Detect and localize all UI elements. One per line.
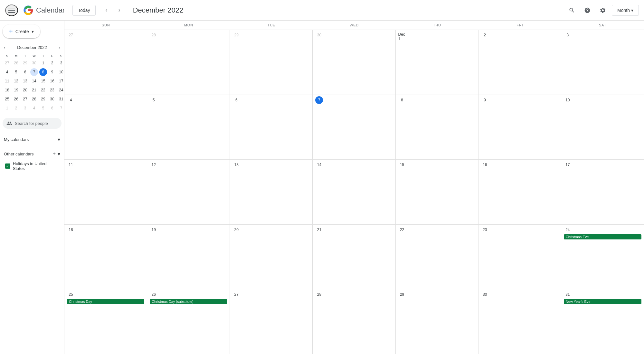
calendar-cell[interactable]: 24Christmas Eve [561, 225, 644, 289]
mini-cal-next-button[interactable]: › [57, 43, 62, 51]
day-number[interactable]: Dec 1 [398, 33, 406, 41]
mini-cal-day[interactable]: 15 [39, 77, 48, 86]
mini-cal-day[interactable]: 26 [12, 95, 21, 104]
calendar-cell[interactable]: 27 [230, 289, 313, 354]
mini-cal-prev-button[interactable]: ‹ [3, 43, 7, 51]
calendar-cell[interactable]: 22 [396, 225, 478, 289]
calendar-cell[interactable]: 4 [64, 95, 147, 160]
day-number[interactable]: 16 [481, 161, 489, 169]
day-number[interactable]: 6 [232, 96, 240, 104]
mini-cal-day[interactable]: 2 [12, 104, 21, 113]
mini-cal-day[interactable]: 23 [48, 86, 57, 95]
mini-cal-day[interactable]: 9 [48, 68, 57, 77]
mini-cal-day[interactable]: 24 [57, 86, 64, 95]
calendar-cell[interactable]: 30 [313, 30, 395, 95]
day-number[interactable]: 14 [315, 161, 323, 169]
mini-cal-day[interactable]: 17 [57, 77, 64, 86]
mini-cal-day[interactable]: 25 [3, 95, 12, 104]
add-other-calendar-button[interactable]: + [52, 150, 56, 157]
calendar-cell[interactable]: 29 [396, 289, 478, 354]
my-calendars-header[interactable]: My calendars ▾ [3, 134, 62, 145]
calendar-cell[interactable]: 17 [561, 160, 644, 224]
mini-cal-day[interactable]: 27 [3, 59, 12, 68]
day-number[interactable]: 29 [232, 31, 240, 39]
holidays-calendar-item[interactable]: ✓ Holidays in United States [3, 160, 62, 172]
mini-cal-day[interactable]: 30 [30, 59, 39, 68]
day-number[interactable]: 11 [67, 161, 75, 169]
calendar-cell[interactable]: 11 [64, 160, 147, 224]
calendar-cell[interactable]: 3 [561, 30, 644, 95]
calendar-cell[interactable]: 14 [313, 160, 395, 224]
calendar-cell[interactable]: 2 [478, 30, 561, 95]
calendar-cell[interactable]: 12 [147, 160, 230, 224]
view-selector[interactable]: Month ▾ [612, 5, 639, 16]
day-number[interactable]: 30 [315, 31, 323, 39]
day-number[interactable]: 27 [232, 291, 240, 298]
mini-cal-day[interactable]: 18 [3, 86, 12, 95]
mini-cal-day[interactable]: 1 [3, 104, 12, 113]
event-chip[interactable]: Christmas Day (substitute) [150, 299, 227, 304]
day-number[interactable]: 7 [315, 96, 323, 104]
day-number[interactable]: 9 [481, 96, 489, 104]
create-button[interactable]: + Create ▾ [3, 24, 40, 38]
help-button[interactable] [581, 4, 594, 17]
calendar-cell[interactable]: 16 [478, 160, 561, 224]
prev-month-button[interactable]: ‹ [101, 5, 112, 16]
day-number[interactable]: 29 [398, 291, 406, 298]
calendar-cell[interactable]: 13 [230, 160, 313, 224]
day-number[interactable]: 8 [398, 96, 406, 104]
mini-cal-day[interactable]: 7 [30, 68, 39, 77]
calendar-cell[interactable]: 26Christmas Day (substitute) [147, 289, 230, 354]
calendar-cell[interactable]: 20 [230, 225, 313, 289]
day-number[interactable]: 28 [315, 291, 323, 298]
day-number[interactable]: 5 [150, 96, 157, 104]
event-chip[interactable]: New Year's Eve [564, 299, 641, 304]
mini-cal-day[interactable]: 5 [12, 68, 21, 77]
calendar-cell[interactable]: 18 [64, 225, 147, 289]
mini-cal-day[interactable]: 8 [39, 68, 48, 77]
calendar-cell[interactable]: 5 [147, 95, 230, 160]
mini-cal-day[interactable]: 7 [57, 104, 64, 113]
mini-cal-day[interactable]: 20 [21, 86, 30, 95]
day-number[interactable]: 19 [150, 226, 157, 234]
day-number[interactable]: 13 [232, 161, 240, 169]
day-number[interactable]: 17 [564, 161, 572, 169]
day-number[interactable]: 24 [564, 226, 572, 234]
mini-cal-day[interactable]: 29 [39, 95, 48, 104]
calendar-cell[interactable]: 15 [396, 160, 478, 224]
mini-cal-day[interactable]: 1 [39, 59, 48, 68]
calendar-cell[interactable]: 8 [396, 95, 478, 160]
mini-cal-day[interactable]: 28 [30, 95, 39, 104]
day-number[interactable]: 3 [564, 31, 572, 39]
day-number[interactable]: 2 [481, 31, 489, 39]
event-chip[interactable]: Christmas Eve [564, 234, 641, 239]
mini-cal-day[interactable]: 31 [57, 95, 64, 104]
day-number[interactable]: 12 [150, 161, 157, 169]
mini-cal-day[interactable]: 4 [3, 68, 12, 77]
mini-cal-day[interactable]: 14 [30, 77, 39, 86]
search-button[interactable] [565, 4, 578, 17]
day-number[interactable]: 28 [150, 31, 157, 39]
day-number[interactable]: 30 [481, 291, 489, 298]
mini-cal-day[interactable]: 13 [21, 77, 30, 86]
mini-cal-day[interactable]: 6 [21, 68, 30, 77]
day-number[interactable]: 4 [67, 96, 75, 104]
settings-button[interactable] [596, 4, 609, 17]
calendar-cell[interactable]: 9 [478, 95, 561, 160]
mini-cal-day[interactable]: 27 [21, 95, 30, 104]
calendar-cell[interactable]: 21 [313, 225, 395, 289]
mini-cal-day[interactable]: 16 [48, 77, 57, 86]
day-number[interactable]: 31 [564, 291, 572, 298]
mini-cal-day[interactable]: 30 [48, 95, 57, 104]
calendar-cell[interactable]: 6 [230, 95, 313, 160]
day-number[interactable]: 25 [67, 291, 75, 298]
day-number[interactable]: 22 [398, 226, 406, 234]
mini-cal-day[interactable]: 12 [12, 77, 21, 86]
day-number[interactable]: 23 [481, 226, 489, 234]
calendar-cell[interactable]: 27 [64, 30, 147, 95]
mini-cal-day[interactable]: 4 [30, 104, 39, 113]
mini-cal-day[interactable]: 5 [39, 104, 48, 113]
day-number[interactable]: 27 [67, 31, 75, 39]
calendar-cell[interactable]: 28 [313, 289, 395, 354]
calendar-cell[interactable]: 30 [478, 289, 561, 354]
